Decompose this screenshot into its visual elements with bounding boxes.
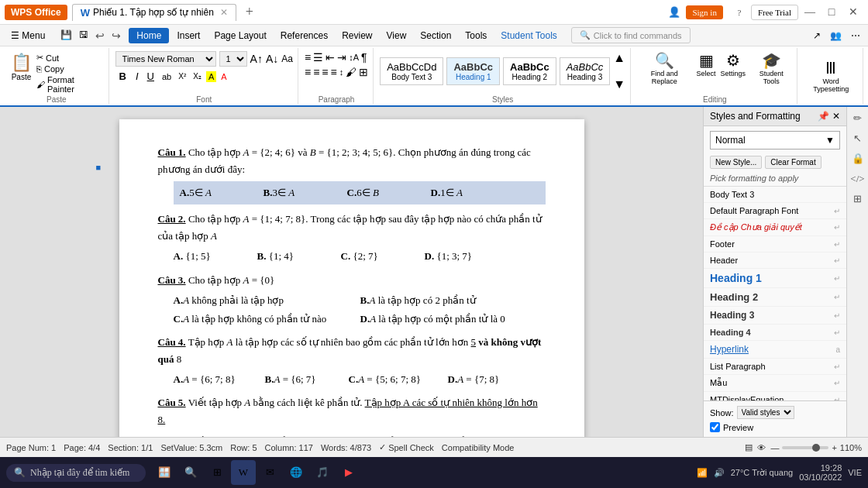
share-icon[interactable]: ↗ <box>810 29 824 43</box>
save2-icon[interactable]: 🖫 <box>76 28 91 43</box>
italic-button[interactable]: I <box>133 70 142 83</box>
app-logo[interactable]: WPS Office <box>5 5 67 20</box>
code-sidebar-icon[interactable]: </> <box>849 170 866 187</box>
menu-item-page-layout[interactable]: Page Layout <box>208 28 272 43</box>
search-commands[interactable]: 🔍 Click to find commands <box>571 27 691 43</box>
normal-style-dropdown[interactable]: Normal ▼ <box>710 131 840 149</box>
zoom-slider[interactable] <box>782 446 828 449</box>
paste-button[interactable]: 📋 Paste <box>9 51 33 83</box>
font-name-selector[interactable]: Times New Roman <box>115 51 216 67</box>
taskbar-apps-icon[interactable]: ⊞ <box>205 460 229 485</box>
style-item-heading3[interactable]: Heading 3 ↵ <box>704 307 846 325</box>
style-item-list-para[interactable]: List Paragraph ↵ <box>704 359 846 375</box>
taskbar-music-icon[interactable]: 🎵 <box>310 460 335 485</box>
align-justify-icon[interactable]: ≡ <box>330 66 336 78</box>
font-grow-icon[interactable]: A↑ <box>250 53 263 65</box>
align-left-icon[interactable]: ≡ <box>305 66 311 78</box>
clear-format-button[interactable]: Clear Format <box>765 156 821 169</box>
style-item-body-text3[interactable]: Body Text 3 <box>704 187 846 203</box>
panel-pin-icon[interactable]: 📌 <box>818 111 829 122</box>
new-style-button[interactable]: New Style... <box>710 156 762 169</box>
style-item-default-para[interactable]: Default Paragraph Font ↵ <box>704 203 846 219</box>
settings-button[interactable]: ⚙ Settings <box>721 51 746 77</box>
underline-button[interactable]: U <box>144 70 157 83</box>
menu-item-tools[interactable]: Tools <box>459 28 493 43</box>
view-reading-icon[interactable]: 👁 <box>757 443 766 452</box>
minimize-button[interactable]: — <box>800 4 820 21</box>
taskbar-sound-icon[interactable]: 🔊 <box>714 468 725 478</box>
show-marks-icon[interactable]: ¶ <box>361 51 367 64</box>
select-button[interactable]: ▦ Select <box>697 51 716 77</box>
taskbar-wifi-icon[interactable]: 📶 <box>697 468 708 478</box>
font-shrink-icon[interactable]: A↓ <box>266 53 278 65</box>
font-color-button[interactable]: A <box>219 71 229 82</box>
strikethrough-button[interactable]: ab <box>160 71 174 82</box>
menu-item-insert[interactable]: Insert <box>170 28 206 43</box>
border-icon[interactable]: ⊞ <box>359 66 368 78</box>
menu-item-menu[interactable]: ☰ Menu <box>5 28 51 43</box>
style-item-header[interactable]: Header ↵ <box>704 253 846 269</box>
lock-sidebar-icon[interactable]: 🔒 <box>849 150 866 167</box>
menu-item-section[interactable]: Section <box>414 28 457 43</box>
sign-in-button[interactable]: Sign in <box>686 5 722 19</box>
taskbar-search[interactable]: 🔍 Nhập tại đây để tìm kiếm <box>6 464 146 482</box>
clear-format-icon[interactable]: Aa <box>281 53 293 64</box>
document-tab[interactable]: W Phiếu 1. Tập hợp số tự nhiên ✕ <box>72 4 236 21</box>
style-normal[interactable]: AaBbCcDd Body Text 3 <box>380 57 443 85</box>
style-item-mtdisplay[interactable]: MTDisplayEquation ↵ <box>704 392 846 400</box>
taskbar-app3-icon[interactable]: 🌐 <box>284 460 308 485</box>
help-icon[interactable]: ? <box>729 4 749 21</box>
style-heading2[interactable]: AaBbCc Heading 2 <box>503 57 556 85</box>
line-spacing-icon[interactable]: ↕ <box>339 67 344 77</box>
panel-close-icon[interactable]: ✕ <box>832 111 840 122</box>
style-item-footer[interactable]: Footer ↵ <box>704 236 846 253</box>
superscript-button[interactable]: X² <box>176 71 188 81</box>
preview-checkbox[interactable] <box>710 422 720 432</box>
style-item-heading2[interactable]: Heading 2 ↵ <box>704 288 846 307</box>
save-icon[interactable]: 💾 <box>57 28 75 43</box>
new-tab-icon[interactable]: + <box>241 2 258 22</box>
format-painter-button[interactable]: 🖌 Format Painter <box>36 75 104 94</box>
close-tab-icon[interactable]: ✕ <box>220 7 228 18</box>
shading-icon[interactable]: 🖌 <box>346 66 356 78</box>
taskbar-wps-icon[interactable]: W <box>231 460 256 485</box>
align-right-icon[interactable]: ≡ <box>322 66 328 78</box>
sort-icon[interactable]: ↕A <box>349 53 359 62</box>
align-center-icon[interactable]: ≡ <box>313 66 319 78</box>
taskbar-mail-icon[interactable]: ✉ <box>257 460 282 485</box>
list-number-icon[interactable]: ☰ <box>313 51 323 64</box>
zoom-out-icon[interactable]: — <box>770 443 779 452</box>
redo-icon[interactable]: ↪ <box>108 28 124 43</box>
indent-icon[interactable]: ⇥ <box>337 51 346 64</box>
edit-sidebar-icon[interactable]: ✏ <box>849 110 866 127</box>
styles-scroll-up[interactable]: ▲ <box>613 51 625 65</box>
find-replace-button[interactable]: 🔍 Find and Replace <box>637 51 691 85</box>
zoom-in-icon[interactable]: + <box>832 443 836 452</box>
cut-button[interactable]: ✂ Cut <box>36 53 104 63</box>
style-item-heading1[interactable]: Heading 1 ↵ <box>704 269 846 288</box>
style-item-de-cap[interactable]: Đề cập Chưa giải quyết ↵ <box>704 219 846 236</box>
free-trial-button[interactable]: Free Trial <box>751 5 798 20</box>
taskbar-windows-icon[interactable]: 🪟 <box>152 460 177 485</box>
word-typesetting-button[interactable]: Ⅲ Word Typesetting <box>804 59 858 93</box>
list-bullet-icon[interactable]: ≡ <box>305 51 311 64</box>
bold-button[interactable]: B <box>115 69 130 84</box>
menu-item-student-tools[interactable]: Student Tools <box>494 28 563 43</box>
close-button[interactable]: ✕ <box>843 4 863 21</box>
style-heading1[interactable]: AaBbCc Heading 1 <box>446 57 500 85</box>
styles-scroll-down[interactable]: ▼ <box>613 77 625 91</box>
account-icon[interactable]: 👤 <box>664 4 684 21</box>
student-tools-button[interactable]: 🎓 Student Tools <box>750 51 792 85</box>
copy-button[interactable]: ⎘ Copy <box>36 64 104 74</box>
style-item-hyperlink[interactable]: Hyperlink a <box>704 341 846 359</box>
style-heading3[interactable]: AaBbCc Heading 3 <box>560 57 611 85</box>
menu-item-home[interactable]: Home <box>129 28 169 43</box>
taskbar-app5-icon[interactable]: ▶ <box>336 460 361 485</box>
highlight-button[interactable]: A <box>206 71 216 82</box>
cursor-sidebar-icon[interactable]: ↖ <box>849 130 866 147</box>
layout-sidebar-icon[interactable]: ⊞ <box>849 191 866 208</box>
menu-item-view[interactable]: View <box>381 28 413 43</box>
more-icon[interactable]: ⋯ <box>848 29 863 43</box>
menu-item-references[interactable]: References <box>274 28 334 43</box>
style-item-mau[interactable]: Mẫu ↵ <box>704 375 846 392</box>
